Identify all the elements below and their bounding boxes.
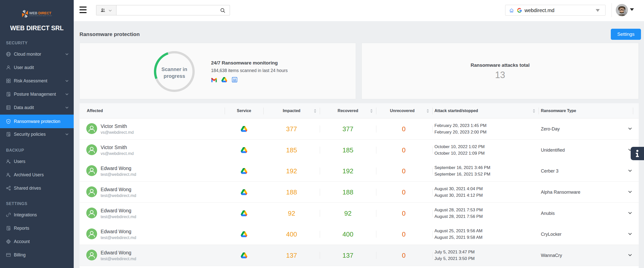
svg-text:BUSINESS RELATIONSHIP BASED ON: BUSINESS RELATIONSHIP BASED ON TRUST [29, 15, 52, 16]
svg-text:DIRECT: DIRECT [38, 11, 52, 15]
svg-text:WEB: WEB [29, 11, 37, 15]
